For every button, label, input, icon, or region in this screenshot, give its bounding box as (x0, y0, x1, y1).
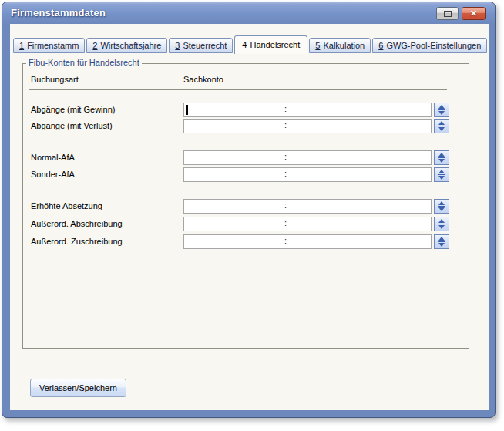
spinner-ausserord-zuschreibung[interactable] (434, 234, 449, 249)
account-mask-separator: : (284, 218, 287, 227)
groupbox-title: Fibu-Konten für Handelsrecht (26, 58, 142, 67)
account-mask-separator: : (284, 104, 287, 113)
sachkonto-input-abgaenge-gewinn[interactable]: : (183, 103, 432, 117)
spinner-ausserord-abschreibung[interactable] (434, 217, 449, 231)
form-row: Außerord. Zuschreibung : (23, 234, 469, 249)
spinner-down-icon[interactable] (438, 176, 445, 180)
dialog-content: 1Firmenstamm 2Wirtschaftsjahre 3Steuerre… (10, 24, 489, 410)
account-mask-separator: : (284, 236, 287, 245)
account-mask-separator: : (284, 169, 287, 178)
tab-handelsrecht[interactable]: 4Handelsrecht (234, 35, 307, 54)
sachkonto-input-sonder-afa[interactable]: : (183, 167, 432, 182)
tab-wirtschaftsjahre[interactable]: 2Wirtschaftsjahre (86, 38, 167, 53)
form-row: Abgänge (mit Gewinn) : (23, 103, 469, 117)
sachkonto-input-ausserord-zuschreibung[interactable]: : (183, 234, 432, 249)
column-header-buchungsart: Buchungsart (31, 75, 79, 84)
tab-firmenstamm[interactable]: 1Firmenstamm (13, 38, 85, 53)
spinner-down-icon[interactable] (438, 225, 445, 229)
tab-label: GWG-Pool-Einstellungen (386, 41, 481, 50)
row-label-ausserord-abschreibung: Außerord. Abschreibung (31, 217, 123, 231)
spinner-down-icon[interactable] (438, 159, 445, 163)
row-label-abgaenge-gewinn: Abgänge (mit Gewinn) (31, 103, 115, 117)
column-header-sachkonto: Sachkonto (183, 75, 223, 84)
spinner-bar-icon (438, 241, 445, 242)
spinner-up-icon[interactable] (438, 219, 445, 223)
spinner-down-icon[interactable] (438, 111, 445, 115)
maximize-button[interactable] (436, 7, 459, 20)
row-label-normal-afa: Normal-AfA (31, 150, 75, 165)
groupbox-fibu-konten: Fibu-Konten für Handelsrecht Buchungsart… (22, 63, 469, 349)
tab-label: Kalkulation (323, 41, 365, 50)
verlassen-speichern-button[interactable]: Verlassen/Speichern (30, 379, 126, 397)
form-row: Abgänge (mit Verlust) : (23, 119, 469, 133)
spinner-bar-icon (438, 224, 445, 224)
spinner-abgaenge-verlust[interactable] (434, 119, 449, 133)
tab-number: 6 (378, 41, 383, 50)
spinner-down-icon[interactable] (438, 207, 445, 211)
spinner-up-icon[interactable] (438, 170, 445, 173)
account-mask-separator: : (284, 200, 287, 210)
tab-kalkulation[interactable]: 5Kalkulation (309, 38, 371, 53)
form-row: Sonder-AfA : (23, 167, 469, 182)
account-mask-separator: : (284, 120, 287, 130)
spinner-down-icon[interactable] (438, 243, 445, 247)
tab-label: Wirtschaftsjahre (100, 41, 161, 50)
tab-number: 4 (242, 40, 247, 49)
spinner-up-icon[interactable] (438, 121, 445, 125)
button-mnemonic: S (79, 383, 84, 392)
tab-number: 5 (315, 41, 320, 50)
tab-label: Handelsrecht (250, 40, 300, 49)
spinner-up-icon[interactable] (438, 237, 445, 241)
dialog-window: Firmenstammdaten ✕ 1Firmenstamm 2Wirtsch… (2, 2, 496, 418)
tab-number: 3 (175, 41, 180, 50)
tab-gwg-pool-einstellungen[interactable]: 6GWG-Pool-Einstellungen (372, 38, 487, 53)
sachkonto-input-abgaenge-verlust[interactable]: : (183, 119, 432, 133)
sachkonto-input-ausserord-abschreibung[interactable]: : (183, 217, 432, 231)
form-row: Außerord. Abschreibung : (23, 217, 469, 231)
spinner-erhoehte-absetzung[interactable] (434, 199, 449, 214)
row-label-ausserord-zuschreibung: Außerord. Zuschreibung (31, 234, 123, 249)
close-icon: ✕ (470, 9, 477, 18)
spinner-up-icon[interactable] (438, 105, 445, 109)
header-separator (29, 89, 447, 90)
text-caret (186, 105, 188, 115)
spinner-bar-icon (438, 126, 445, 126)
button-label-part: peichern (85, 383, 117, 392)
tab-label: Steuerrecht (183, 41, 227, 50)
row-label-erhoehte-absetzung: Erhöhte Absetzung (31, 199, 102, 214)
spinner-bar-icon (438, 206, 445, 207)
account-mask-separator: : (284, 152, 287, 161)
button-label-part: Verlassen/ (39, 383, 79, 392)
close-button[interactable]: ✕ (462, 7, 486, 20)
tab-steuerrecht[interactable]: 3Steuerrecht (169, 38, 233, 53)
tab-number: 2 (92, 41, 97, 50)
row-label-abgaenge-verlust: Abgänge (mit Verlust) (31, 119, 113, 133)
titlebar[interactable]: Firmenstammdaten ✕ (2, 2, 495, 24)
spinner-bar-icon (438, 157, 445, 158)
spinner-normal-afa[interactable] (434, 150, 449, 165)
spinner-up-icon[interactable] (438, 201, 445, 205)
tab-strip: 1Firmenstamm 2Wirtschaftsjahre 3Steuerre… (13, 35, 489, 53)
spinner-sonder-afa[interactable] (434, 167, 449, 182)
tab-label: Firmenstamm (27, 41, 79, 50)
form-row: Erhöhte Absetzung : (23, 199, 469, 214)
spinner-bar-icon (438, 174, 445, 175)
spinner-abgaenge-gewinn[interactable] (434, 103, 449, 117)
row-label-sonder-afa: Sonder-AfA (31, 167, 75, 182)
sachkonto-input-normal-afa[interactable]: : (183, 150, 432, 165)
form-row: Normal-AfA : (23, 150, 469, 165)
tab-number: 1 (19, 41, 24, 50)
spinner-down-icon[interactable] (438, 127, 445, 131)
spinner-up-icon[interactable] (438, 153, 445, 157)
window-title: Firmenstammdaten (11, 7, 106, 19)
spinner-bar-icon (438, 109, 445, 110)
sachkonto-input-erhoehte-absetzung[interactable]: : (183, 199, 432, 214)
maximize-icon (444, 11, 452, 17)
